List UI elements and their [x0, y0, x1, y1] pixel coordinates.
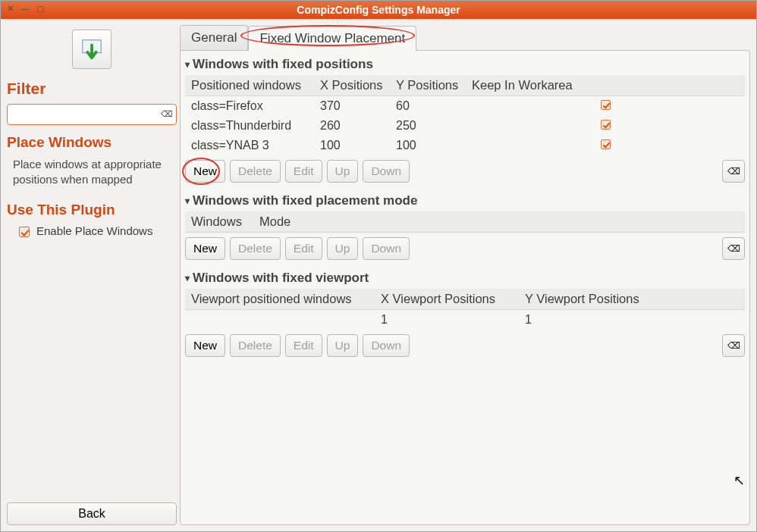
- reset-button[interactable]: ⌫: [722, 334, 745, 357]
- positions-table[interactable]: Positioned windows X Positions Y Positio…: [185, 75, 745, 155]
- back-button[interactable]: Back: [7, 502, 177, 525]
- reset-button[interactable]: ⌫: [722, 160, 745, 183]
- use-plugin-heading: Use This Plugin: [7, 202, 177, 218]
- expander-icon: ▾: [185, 59, 190, 70]
- new-button[interactable]: New: [185, 237, 225, 260]
- col-x-viewport[interactable]: X Viewport Positions: [375, 289, 519, 310]
- plugin-description: Place windows at appropriate positions w…: [7, 157, 177, 199]
- plugin-icon[interactable]: [72, 30, 112, 69]
- edit-button[interactable]: Edit: [285, 237, 322, 260]
- down-button[interactable]: Down: [363, 237, 410, 260]
- maximize-icon[interactable]: ▢: [34, 2, 46, 14]
- section-placement-mode-title: Windows with fixed placement mode: [193, 193, 417, 208]
- expander-icon: ▾: [185, 196, 190, 206]
- delete-button[interactable]: Delete: [230, 160, 281, 183]
- tab-fixed-window-placement[interactable]: Fixed Window Placement: [248, 26, 416, 51]
- table-row[interactable]: 1 1: [185, 310, 745, 330]
- col-y-viewport[interactable]: Y Viewport Positions: [519, 289, 745, 310]
- expander-icon: ▾: [185, 273, 190, 283]
- section-placement-mode: ▾ Windows with fixed placement mode Wind…: [185, 192, 745, 260]
- plugin-heading: Place Windows: [7, 134, 177, 151]
- tab-general[interactable]: General: [180, 25, 248, 50]
- reset-button[interactable]: ⌫: [722, 237, 745, 260]
- enable-plugin-checkbox[interactable]: [19, 227, 30, 237]
- edit-button[interactable]: Edit: [285, 334, 322, 357]
- minimize-icon[interactable]: —: [19, 2, 31, 14]
- section-viewport-header[interactable]: ▾ Windows with fixed viewport: [185, 269, 745, 289]
- table-row[interactable]: class=Thunderbird 260 250: [185, 116, 745, 136]
- up-button[interactable]: Up: [327, 334, 359, 357]
- mode-table[interactable]: Windows Mode: [185, 211, 745, 233]
- new-button[interactable]: New: [185, 334, 225, 357]
- col-mode[interactable]: Mode: [253, 211, 745, 233]
- keep-checkbox[interactable]: [601, 120, 611, 130]
- col-y-positions[interactable]: Y Positions: [390, 75, 466, 96]
- table-row[interactable]: class=YNAB 3 100 100: [185, 136, 745, 155]
- filter-heading: Filter: [7, 80, 177, 98]
- up-button[interactable]: Up: [327, 160, 359, 183]
- col-x-positions[interactable]: X Positions: [314, 75, 390, 96]
- main-area: General Fixed Window Placement ▾ Windows…: [180, 25, 750, 525]
- clear-filter-icon[interactable]: ⌫: [160, 107, 174, 120]
- new-button[interactable]: New: [185, 160, 225, 183]
- viewport-table[interactable]: Viewport positioned windows X Viewport P…: [185, 289, 745, 330]
- edit-button[interactable]: Edit: [285, 160, 322, 183]
- up-button[interactable]: Up: [327, 237, 359, 260]
- section-fixed-positions: ▾ Windows with fixed positions Positione…: [185, 55, 745, 183]
- col-windows[interactable]: Windows: [185, 211, 253, 233]
- titlebar: ✕ — ▢ CompizConfig Settings Manager: [1, 1, 756, 19]
- filter-input[interactable]: [7, 104, 177, 125]
- section-fixed-positions-title: Windows with fixed positions: [193, 57, 373, 72]
- delete-button[interactable]: Delete: [230, 237, 281, 260]
- col-keep-in-workarea[interactable]: Keep In Workarea: [466, 75, 745, 96]
- down-button[interactable]: Down: [363, 160, 410, 183]
- sidebar: Filter ⌫ Place Windows Place windows at …: [7, 25, 177, 525]
- down-button[interactable]: Down: [363, 334, 410, 357]
- section-placement-mode-header[interactable]: ▾ Windows with fixed placement mode: [185, 192, 745, 211]
- col-positioned-windows[interactable]: Positioned windows: [185, 75, 314, 96]
- window-title: CompizConfig Settings Manager: [297, 4, 460, 16]
- enable-plugin-label: Enable Place Windows: [36, 224, 152, 237]
- section-viewport-title: Windows with fixed viewport: [193, 271, 369, 286]
- keep-checkbox[interactable]: [601, 100, 611, 110]
- delete-button[interactable]: Delete: [230, 334, 281, 357]
- section-fixed-positions-header[interactable]: ▾ Windows with fixed positions: [185, 55, 745, 75]
- section-viewport: ▾ Windows with fixed viewport Viewport p…: [185, 269, 745, 357]
- close-icon[interactable]: ✕: [4, 2, 16, 14]
- table-row[interactable]: class=Firefox 370 60: [185, 96, 745, 117]
- keep-checkbox[interactable]: [601, 139, 611, 149]
- col-viewport-windows[interactable]: Viewport positioned windows: [185, 289, 375, 310]
